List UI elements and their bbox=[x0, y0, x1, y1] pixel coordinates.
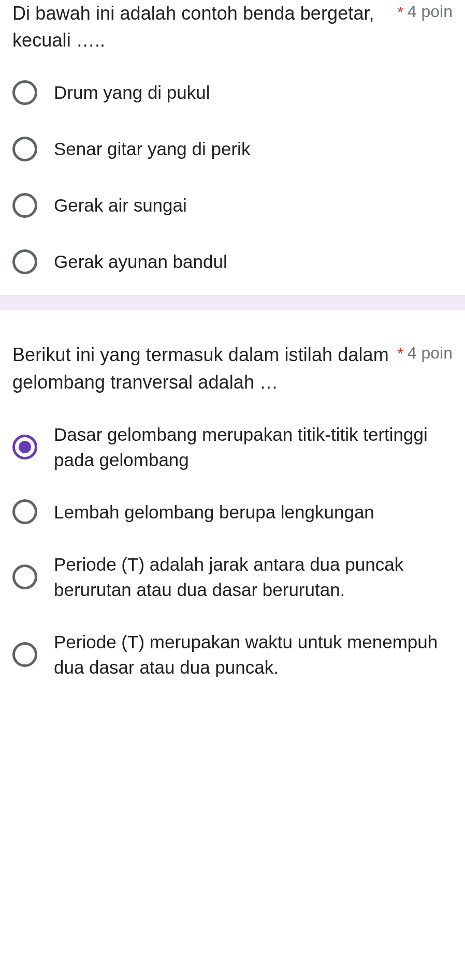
option-row[interactable]: Periode (T) merupakan waktu untuk menemp… bbox=[12, 629, 453, 680]
question-card: Berikut ini yang termasuk dalam istilah … bbox=[0, 310, 465, 700]
option-row[interactable]: Senar gitar yang di perik bbox=[12, 136, 453, 161]
option-row[interactable]: Periode (T) adalah jarak antara dua punc… bbox=[12, 552, 453, 602]
radio-unchecked-icon[interactable] bbox=[12, 193, 37, 218]
option-label: Drum yang di pukul bbox=[54, 80, 453, 105]
option-label: Lembah gelombang berupa lengkungan bbox=[54, 499, 453, 525]
question-card: Di bawah ini adalah contoh benda bergeta… bbox=[0, 0, 465, 295]
options-list: Drum yang di pukul Senar gitar yang di p… bbox=[12, 80, 453, 274]
options-list: Dasar gelombang merupakan titik-titik te… bbox=[12, 422, 453, 680]
radio-unchecked-icon[interactable] bbox=[12, 499, 37, 524]
points-text: 4 poin bbox=[408, 344, 453, 363]
radio-checked-icon[interactable] bbox=[12, 435, 37, 459]
radio-unchecked-icon[interactable] bbox=[12, 80, 37, 105]
card-divider bbox=[0, 295, 465, 310]
radio-unchecked-icon[interactable] bbox=[12, 565, 37, 589]
option-label: Senar gitar yang di perik bbox=[54, 136, 453, 161]
question-header: Di bawah ini adalah contoh benda bergeta… bbox=[12, 0, 453, 54]
option-row[interactable]: Drum yang di pukul bbox=[12, 80, 453, 105]
option-label: Periode (T) merupakan waktu untuk menemp… bbox=[54, 629, 453, 680]
option-row[interactable]: Gerak air sungai bbox=[12, 192, 453, 218]
option-row[interactable]: Dasar gelombang merupakan titik-titik te… bbox=[12, 422, 453, 472]
option-label: Gerak air sungai bbox=[54, 192, 453, 218]
radio-unchecked-icon[interactable] bbox=[12, 137, 37, 161]
points-badge: * 4 poin bbox=[397, 341, 453, 363]
question-text: Di bawah ini adalah contoh benda bergeta… bbox=[12, 0, 389, 54]
radio-unchecked-icon[interactable] bbox=[12, 249, 37, 274]
option-label: Periode (T) adalah jarak antara dua punc… bbox=[54, 552, 453, 602]
option-row[interactable]: Lembah gelombang berupa lengkungan bbox=[12, 499, 453, 525]
required-asterisk: * bbox=[397, 345, 403, 362]
points-text: 4 poin bbox=[408, 2, 453, 21]
option-label: Gerak ayunan bandul bbox=[54, 249, 453, 274]
radio-unchecked-icon[interactable] bbox=[12, 642, 37, 667]
question-text: Berikut ini yang termasuk dalam istilah … bbox=[12, 341, 389, 395]
question-header: Berikut ini yang termasuk dalam istilah … bbox=[12, 341, 453, 395]
option-label: Dasar gelombang merupakan titik-titik te… bbox=[54, 422, 453, 472]
required-asterisk: * bbox=[397, 3, 403, 21]
points-badge: * 4 poin bbox=[397, 0, 453, 21]
option-row[interactable]: Gerak ayunan bandul bbox=[12, 249, 453, 274]
